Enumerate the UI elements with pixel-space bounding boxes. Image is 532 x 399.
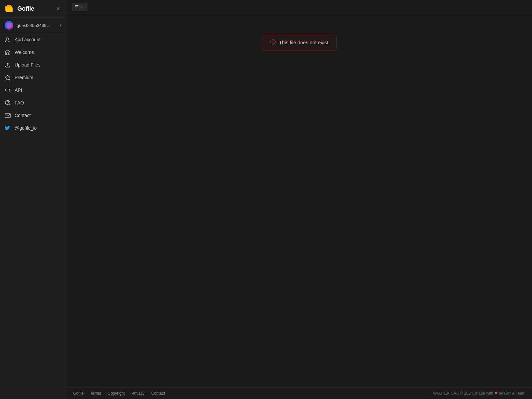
- account-row[interactable]: guest24553439… ▾: [0, 18, 66, 33]
- main-content: ☰ ← ⓘ This file does not exist Gofile Te…: [66, 0, 532, 399]
- home-icon: [5, 49, 11, 55]
- footer: Gofile Terms Copyright Privacy Contact W…: [66, 387, 532, 399]
- add-account-label: Add account: [15, 37, 41, 42]
- back-icon: ←: [80, 4, 84, 9]
- logo-icon: [5, 4, 14, 13]
- menu-toggle-button[interactable]: ☰ ←: [72, 3, 87, 11]
- code-icon: [5, 87, 11, 93]
- footer-link-contact[interactable]: Contact: [151, 391, 165, 396]
- sidebar-header: Gofile ✕: [0, 0, 66, 18]
- mail-icon: [5, 112, 11, 118]
- sidebar-item-welcome[interactable]: Welcome: [0, 46, 66, 59]
- twitter-label: @gofile_io: [15, 125, 37, 131]
- error-message: This file does not exist: [279, 40, 328, 45]
- contact-label: Contact: [15, 113, 31, 118]
- svg-marker-7: [5, 75, 10, 80]
- chevron-down-icon: ▾: [60, 23, 62, 28]
- svg-rect-1: [7, 5, 11, 7]
- help-icon: [5, 100, 11, 106]
- footer-links: Gofile Terms Copyright Privacy Contact: [73, 391, 165, 396]
- sidebar-item-premium[interactable]: Premium: [0, 71, 66, 84]
- premium-label: Premium: [15, 75, 33, 80]
- sidebar-item-add-account[interactable]: Add account: [0, 33, 66, 46]
- account-name: guest24553439…: [17, 23, 56, 28]
- sidebar-item-contact[interactable]: Contact: [0, 109, 66, 122]
- error-box: ⓘ This file does not exist: [262, 34, 336, 51]
- upload-icon: [5, 62, 11, 68]
- footer-link-gofile[interactable]: Gofile: [73, 391, 83, 396]
- content-area: ⓘ This file does not exist: [66, 14, 532, 399]
- svg-point-9: [7, 104, 8, 104]
- sidebar-item-upload[interactable]: Upload Files: [0, 59, 66, 71]
- menu-icon: ☰: [75, 4, 79, 9]
- upload-label: Upload Files: [15, 62, 41, 67]
- avatar: [5, 21, 13, 30]
- heart-icon: ❤: [494, 391, 498, 396]
- topbar: ☰ ←: [66, 0, 532, 14]
- app-title: Gofile: [17, 5, 34, 12]
- error-icon: ⓘ: [270, 39, 276, 46]
- star-icon: [5, 74, 11, 80]
- footer-credit: WOJTEK SAS © 2024, made with ❤ by Gofile…: [433, 391, 525, 396]
- svg-point-3: [6, 23, 12, 28]
- twitter-icon: [5, 125, 11, 131]
- api-label: API: [15, 87, 22, 93]
- welcome-label: Welcome: [15, 50, 34, 55]
- sidebar-item-faq[interactable]: FAQ: [0, 96, 66, 109]
- footer-link-terms[interactable]: Terms: [90, 391, 101, 396]
- sidebar: Gofile ✕ guest24553439… ▾: [0, 0, 66, 399]
- close-icon[interactable]: ✕: [55, 5, 62, 12]
- footer-link-copyright[interactable]: Copyright: [108, 391, 125, 396]
- svg-rect-2: [6, 7, 13, 12]
- faq-label: FAQ: [15, 100, 24, 105]
- add-account-icon: [5, 37, 11, 43]
- sidebar-item-api[interactable]: API: [0, 84, 66, 96]
- sidebar-item-twitter[interactable]: @gofile_io: [0, 122, 66, 134]
- footer-link-privacy[interactable]: Privacy: [131, 391, 144, 396]
